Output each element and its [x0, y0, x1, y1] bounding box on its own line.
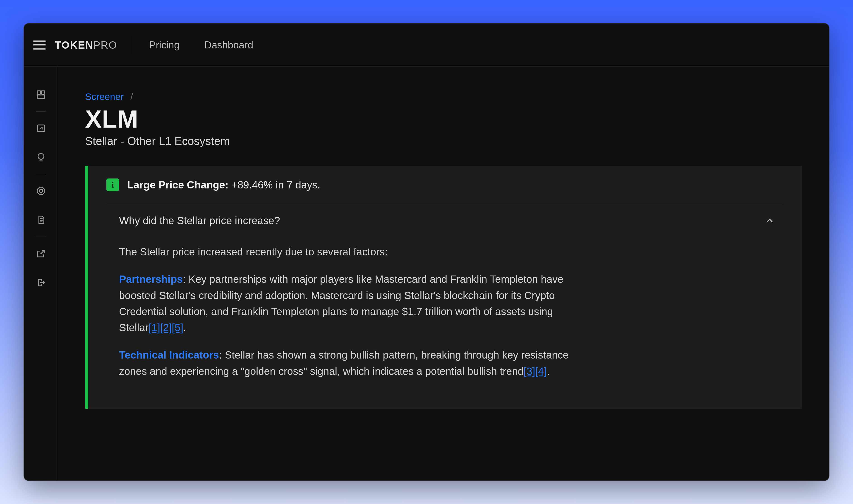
accordion-paragraph-partnerships: Partnerships: Key partnerships with majo…: [119, 271, 591, 336]
main-content: Screener / XLM Stellar - Other L1 Ecosys…: [58, 67, 829, 481]
accordion-question: Why did the Stellar price increase?: [119, 214, 280, 227]
svg-rect-0: [37, 91, 40, 94]
rail-target-icon[interactable]: [36, 185, 47, 196]
info-icon: i: [106, 179, 119, 191]
svg-point-4: [38, 154, 44, 160]
reference-link-1[interactable]: [1]: [149, 322, 160, 334]
p2-tail: .: [547, 365, 550, 377]
accordion-body: The Stellar price increased recently due…: [88, 237, 618, 409]
topbar-divider: [131, 36, 131, 54]
rail-expand-icon[interactable]: [36, 123, 47, 134]
accordion-intro: The Stellar price increased recently due…: [119, 244, 591, 260]
svg-rect-2: [37, 95, 45, 98]
nav-dashboard-link[interactable]: Dashboard: [205, 39, 253, 51]
top-nav: Pricing Dashboard: [149, 39, 253, 51]
nav-pricing-link[interactable]: Pricing: [149, 39, 180, 51]
app-window: TOKENPRO Pricing Dashboard: [23, 23, 830, 481]
reference-link-4[interactable]: [4]: [535, 365, 547, 377]
page-subtitle: Stellar - Other L1 Ecosystem: [85, 134, 802, 148]
topbar: TOKENPRO Pricing Dashboard: [24, 23, 829, 67]
rail-external-link-icon[interactable]: [36, 248, 47, 259]
reference-link-5[interactable]: [5]: [172, 322, 184, 334]
technical-label: Technical Indicators: [119, 349, 219, 361]
alert-text: Large Price Change: +89.46% in 7 days.: [127, 179, 320, 191]
p1-tail: .: [184, 322, 186, 334]
left-rail: [24, 67, 58, 481]
menu-hamburger-button[interactable]: [33, 40, 46, 50]
body-row: Screener / XLM Stellar - Other L1 Ecosys…: [24, 67, 829, 481]
reference-link-2[interactable]: [2]: [160, 322, 172, 334]
logo-part-1: TOKEN: [55, 39, 93, 51]
logo-part-2: PRO: [93, 39, 117, 51]
chevron-up-icon: [765, 216, 775, 226]
rail-globe-icon[interactable]: [36, 152, 47, 163]
alert-value: +89.46% in 7 days.: [231, 179, 320, 191]
rail-dashboard-icon[interactable]: [36, 89, 47, 100]
breadcrumb-screener-link[interactable]: Screener: [85, 91, 124, 102]
breadcrumb-separator: /: [130, 91, 133, 102]
accordion-toggle[interactable]: Why did the Stellar price increase?: [88, 204, 802, 237]
price-alert-panel: i Large Price Change: +89.46% in 7 days.…: [85, 166, 802, 409]
alert-header: i Large Price Change: +89.46% in 7 days.: [88, 166, 802, 204]
breadcrumb: Screener /: [85, 91, 802, 102]
rail-logout-icon[interactable]: [36, 277, 47, 288]
app-logo: TOKENPRO: [55, 39, 117, 51]
rail-divider: [36, 174, 46, 174]
reference-link-3[interactable]: [3]: [524, 365, 535, 377]
alert-label: Large Price Change:: [127, 179, 228, 191]
partnerships-label: Partnerships: [119, 273, 183, 285]
svg-rect-1: [41, 91, 45, 94]
rail-document-icon[interactable]: [36, 214, 47, 225]
accordion-paragraph-technical: Technical Indicators: Stellar has shown …: [119, 347, 591, 379]
page-title: XLM: [85, 105, 802, 133]
